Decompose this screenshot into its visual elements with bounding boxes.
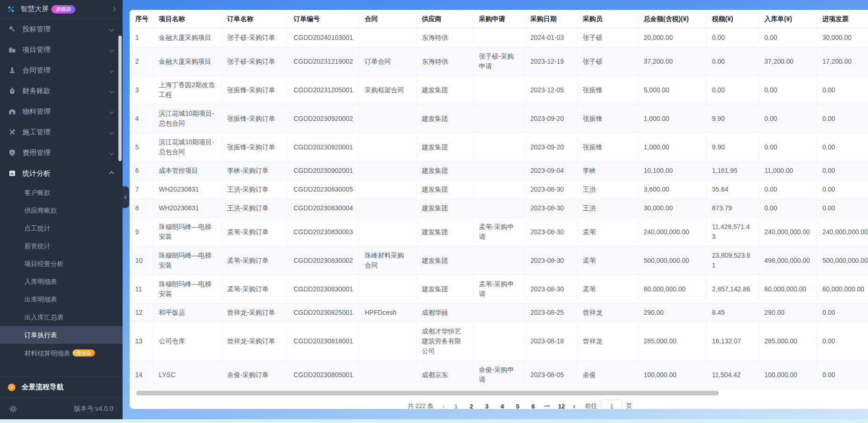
cell: 11,428,571.43	[706, 218, 759, 246]
cell: 1,000.00	[638, 133, 706, 162]
page-button-4[interactable]: 4	[498, 403, 506, 409]
horizontal-scrollbar[interactable]	[136, 391, 719, 395]
table-row[interactable]: 1金融大厦采购项目张子硕-采购订单CGDD20240103001东海特供2024…	[130, 29, 868, 47]
page-button-5[interactable]: 5	[513, 403, 522, 409]
building-icon	[8, 46, 16, 53]
cell: 建发集团	[416, 180, 473, 199]
last-page-button[interactable]: 12	[557, 403, 566, 409]
table-scroll-area: 序号项目名称订单名称订单编号合同供应商采购申请采购日期采购员总金额(含税)(¥)…	[130, 10, 868, 389]
cell: CGDD20230830003	[288, 218, 359, 246]
cell: 2023-08-25	[525, 304, 577, 322]
sidebar-item-statistics[interactable]: 统计分析	[0, 163, 123, 184]
sidebar-item-contracts[interactable]: 合同管理	[0, 60, 123, 81]
cell: 建发集团	[416, 76, 473, 104]
cell: CGDD20230805001	[288, 361, 359, 389]
cell: CGDD20230825001	[288, 304, 359, 322]
sidebar-subitem-2[interactable]: 点工统计	[0, 219, 123, 237]
tools-icon	[8, 128, 16, 136]
sidebar-item-finance[interactable]: ¥ 财务账款	[0, 81, 123, 101]
sidebar-subitem-4[interactable]: 项目经营分析	[0, 255, 123, 273]
page-button-3[interactable]: 3	[482, 403, 491, 409]
cell: CGDD20230830004	[288, 199, 359, 218]
cell: 2	[130, 47, 153, 76]
cell: 2023-08-30	[525, 275, 577, 304]
table-row[interactable]: 4滨江花城10期项目-总包合同张振锋-采购订单CGDD20230920002建发…	[130, 104, 868, 133]
sidebar-subitem-6[interactable]: 出库明细表	[0, 290, 123, 308]
cell: 余俊	[577, 361, 638, 389]
sidebar-item-bidding[interactable]: 投标管理	[0, 19, 123, 39]
cell: 7	[130, 180, 153, 199]
page-button-1[interactable]: 1	[452, 403, 460, 409]
sidebar: 智慧大屏 旗舰版 投标管理 项目管理 合同管理 ¥ 财务账款 物料管理	[0, 0, 123, 423]
sidebar-subitem-9[interactable]: 材料结算明细表专业版	[0, 344, 123, 362]
table-row[interactable]: 13公司仓库曾祥龙-采购订单CGDD20230818001成都才华恒艺建筑劳务有…	[130, 322, 868, 361]
page-button-6[interactable]: 6	[529, 403, 537, 409]
table-row[interactable]: 5滨江花城10期项目-总包合同张振锋-采购订单CGDD20230920001建发…	[130, 133, 868, 162]
sidebar-subitem-8[interactable]: 订单执行表	[0, 326, 123, 344]
table-row[interactable]: 7WH20230831王洪-采购订单CGDD20230830005建发集团202…	[130, 180, 868, 199]
table-row[interactable]: 9珠穆朗玛峰—电梯安装孟苇-采购订单CGDD20230830003建发集团孟苇-…	[130, 218, 868, 246]
sidebar-subitem-5[interactable]: 入库明细表	[0, 273, 123, 290]
table-row[interactable]: 6成本管控项目李峡-采购订单CGDD20230902001建发集团2023-09…	[130, 162, 868, 180]
cell: 建发集团	[416, 218, 473, 246]
table-row[interactable]: 8WH20230831王洪-采购订单CGDD20230830004建发集团202…	[130, 199, 868, 218]
cell: 10	[130, 246, 153, 275]
chevron-down-icon	[109, 130, 114, 134]
prev-page-button[interactable]: ‹	[442, 402, 445, 409]
cell: 37,200.00	[638, 47, 706, 76]
sidebar-item-construction[interactable]: 施工管理	[0, 122, 123, 142]
sidebar-scrollbar[interactable]	[118, 36, 122, 161]
cell	[473, 104, 525, 133]
sidebar-subitem-7[interactable]: 出入库汇总表	[0, 308, 123, 326]
cell: 60,000,000.00	[638, 275, 706, 304]
sidebar-sections: 投标管理 项目管理 合同管理 ¥ 财务账款 物料管理 施工管理	[0, 19, 123, 184]
cell: 张子硕	[577, 47, 638, 76]
cell: 0.00	[706, 47, 759, 76]
cell: 孟苇-采购申请	[473, 218, 525, 246]
cell	[359, 180, 416, 199]
table-row[interactable]: 3上海丁香园2期改造工程张振锋-采购订单CGDD20231205001采购框架合…	[130, 76, 868, 104]
sidebar-subitem-1[interactable]: 供应商账款	[0, 201, 123, 219]
sidebar-collapse-handle[interactable]	[123, 186, 129, 208]
sidebar-item-expenses[interactable]: ¥ 费用管理	[0, 142, 123, 163]
cell	[359, 133, 416, 162]
column-header-2: 订单名称	[221, 10, 288, 29]
subitem-label: 订单执行表	[24, 331, 57, 339]
cell: 0.00	[817, 199, 868, 218]
table-row[interactable]: 12和平饭店曾祥龙-采购订单CGDD20230825001HPFDcesh成都华…	[130, 304, 868, 322]
cell: 290.00	[759, 304, 817, 322]
cell: 3,600.00	[638, 180, 706, 199]
panorama-nav-button[interactable]: 全景流程导航	[0, 376, 123, 398]
cell: 孟苇-采购订单	[221, 246, 288, 275]
table-row[interactable]: 14LYSC余俊-采购订单CGDD20230805001成都京东余俊-采购申请2…	[130, 361, 868, 389]
cell: 公司仓库	[153, 322, 221, 361]
cell: 成都京东	[416, 361, 473, 389]
cell: 5,000.00	[638, 76, 706, 104]
sidebar-item-materials[interactable]: 物料管理	[0, 101, 123, 122]
next-page-button[interactable]: ›	[573, 402, 575, 409]
cell: 16,132.07	[706, 322, 759, 361]
cell: 2,857,142.86	[706, 275, 759, 304]
cell: 2023-12-05	[525, 76, 577, 104]
sidebar-item-smart-screen[interactable]: 智慧大屏 旗舰版	[0, 0, 123, 19]
more-pages-button[interactable]: •••	[544, 404, 550, 408]
cell	[473, 199, 525, 218]
cell: CGDD20230818001	[288, 322, 359, 361]
cell	[359, 104, 416, 133]
page-numbers: 123456	[452, 403, 537, 409]
sidebar-subitem-3[interactable]: 薪资统计	[0, 237, 123, 255]
page-button-2[interactable]: 2	[467, 403, 475, 409]
cell: 1,161.95	[706, 162, 759, 180]
goto-page-input[interactable]	[601, 400, 622, 409]
table-row[interactable]: 11珠穆朗玛峰—电梯安装孟苇-采购订单CGDD20230830001建发集团孟苇…	[130, 275, 868, 304]
table-row[interactable]: 2金融大厦采购项目张子硕-采购订单CGDD20231219002订单合同东海特供…	[130, 47, 868, 76]
app-title: 智慧大屏	[21, 5, 49, 14]
sidebar-subitem-0[interactable]: 客户账款	[0, 184, 123, 201]
cell: 张振锋	[577, 104, 638, 133]
cell: 0.00	[759, 199, 817, 218]
gear-icon[interactable]	[9, 405, 17, 413]
cell: 建发集团	[416, 104, 473, 133]
table-row[interactable]: 10珠穆朗玛峰—电梯安装孟苇-采购订单CGDD20230830002珠峰材料采购…	[130, 246, 868, 275]
sidebar-item-projects[interactable]: 项目管理	[0, 39, 123, 60]
cell: 2024-01-03	[525, 29, 577, 47]
